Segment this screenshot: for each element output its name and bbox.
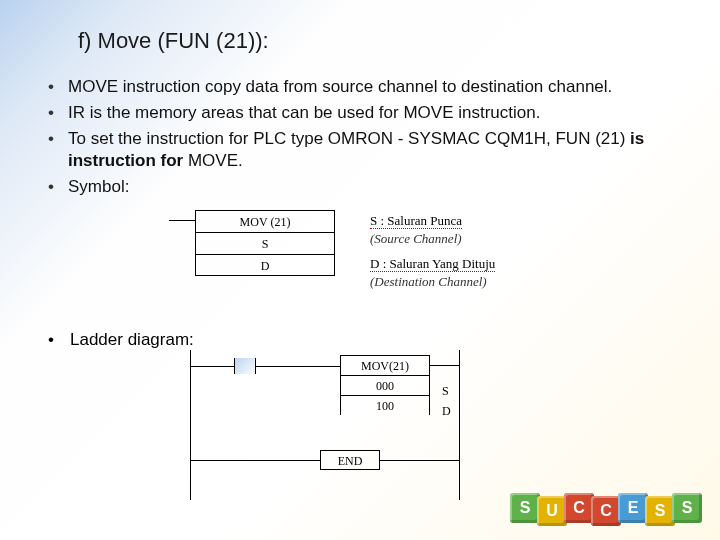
symbol-row-mov: MOV (21) [195,210,335,232]
legend-d-sub: (Destination Channel) [370,273,495,291]
legend-s-head: S : Saluran Punca [370,212,495,230]
block-c2: C [591,496,621,526]
ladder-rail-right [459,350,460,500]
content-area: MOVE instruction copy data from source c… [44,76,690,202]
ladder-instruction-block: MOV(21) 000 100 [340,355,430,415]
slide: f) Move (FUN (21)): MOVE instruction cop… [0,0,720,540]
ladder-rung-2 [190,460,320,461]
bullet-3-pre: To set the instruction for PLC type OMRO… [68,129,630,148]
block-s1: S [510,493,540,523]
bullet-3: To set the instruction for PLC type OMRO… [44,128,690,172]
ladder-rung-1 [190,366,340,367]
ladder-diagram: MOV(21) 000 100 S D END [190,350,460,500]
symbol-legend: S : Saluran Punca (Source Channel) D : S… [370,212,495,290]
success-blocks: S U C C E S S [513,496,702,526]
bullet-4-symbol: Symbol: [44,176,690,198]
block-c1: C [564,493,594,523]
block-s2: S [645,496,675,526]
legend-d-head: D : Saluran Yang Dituju [370,255,495,273]
symbol-row-s: S [195,232,335,254]
block-u: U [537,496,567,526]
bullet-list: MOVE instruction copy data from source c… [44,76,690,198]
block-e: E [618,493,648,523]
ladder-rail-left [190,350,191,500]
bullet-2: IR is the memory areas that can be used … [44,102,690,124]
ladder-instr-000: 000 [340,375,430,395]
legend-s-sub: (Source Channel) [370,230,495,248]
ladder-instr-mov: MOV(21) [340,355,430,375]
bullet-3-post: MOVE. [183,151,243,170]
ladder-side-s: S [442,384,449,399]
bullet-1: MOVE instruction copy data from source c… [44,76,690,98]
ladder-side-d: D [442,404,451,419]
symbol-row-d: D [195,254,335,276]
ladder-contact [234,358,256,374]
slide-title: f) Move (FUN (21)): [78,28,269,54]
symbol-stem [169,220,195,221]
ladder-instr-100: 100 [340,395,430,415]
ladder-end-box: END [320,450,380,470]
ladder-conn-top [430,365,460,366]
bullet-5-ladder: Ladder diagram: [70,330,194,350]
symbol-block: MOV (21) S D [195,210,335,276]
block-s3: S [672,493,702,523]
ladder-end-right [380,460,460,461]
